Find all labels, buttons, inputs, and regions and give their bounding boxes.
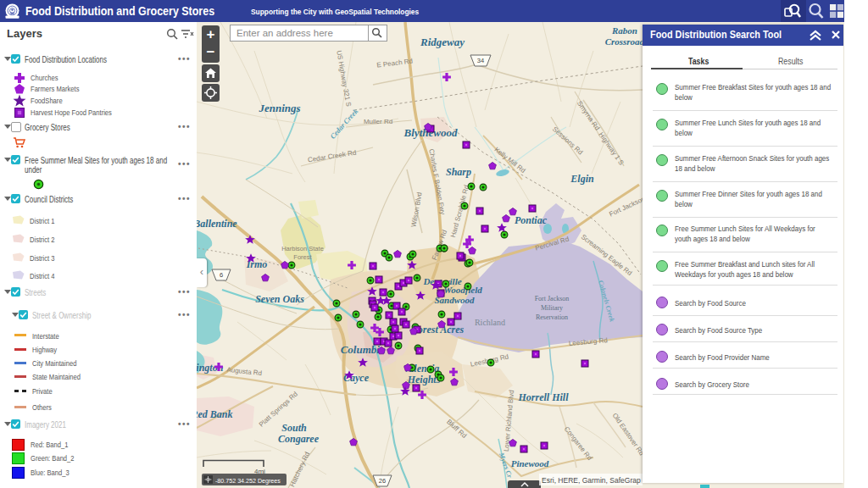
svg-text:Congaree: Congaree xyxy=(278,433,320,445)
svg-text:Forest: Forest xyxy=(293,253,312,261)
svg-text:Ballentine: Ballentine xyxy=(197,218,237,230)
svg-text:Jennings: Jennings xyxy=(258,102,300,114)
svg-text:Rabon: Rabon xyxy=(611,25,637,36)
svg-text:Red Bank: Red Bank xyxy=(197,408,233,420)
svg-text:Fort Jackson: Fort Jackson xyxy=(535,295,570,302)
svg-text:Horrell Hill: Horrell Hill xyxy=(517,391,569,403)
svg-text:Elgin: Elgin xyxy=(570,173,594,185)
svg-text:South: South xyxy=(281,422,307,434)
svg-text:Ridgeway: Ridgeway xyxy=(420,36,465,48)
svg-text:Pontiac: Pontiac xyxy=(515,214,548,226)
svg-text:Muller Rd: Muller Rd xyxy=(364,118,392,125)
svg-text:Pinewood: Pinewood xyxy=(511,458,549,469)
svg-text:Seven Oaks: Seven Oaks xyxy=(255,293,304,305)
svg-text:34: 34 xyxy=(477,57,484,64)
svg-text:Richland: Richland xyxy=(475,318,505,327)
svg-text:Harbison State: Harbison State xyxy=(281,245,324,252)
svg-text:Woodfield: Woodfield xyxy=(443,285,482,295)
svg-text:6: 6 xyxy=(220,271,223,279)
svg-text:Sharp: Sharp xyxy=(446,166,471,178)
svg-text:Military: Military xyxy=(541,304,563,312)
svg-text:Crossroads: Crossroads xyxy=(605,36,648,47)
svg-text:26: 26 xyxy=(379,477,386,485)
svg-text:Reservation: Reservation xyxy=(536,313,568,321)
